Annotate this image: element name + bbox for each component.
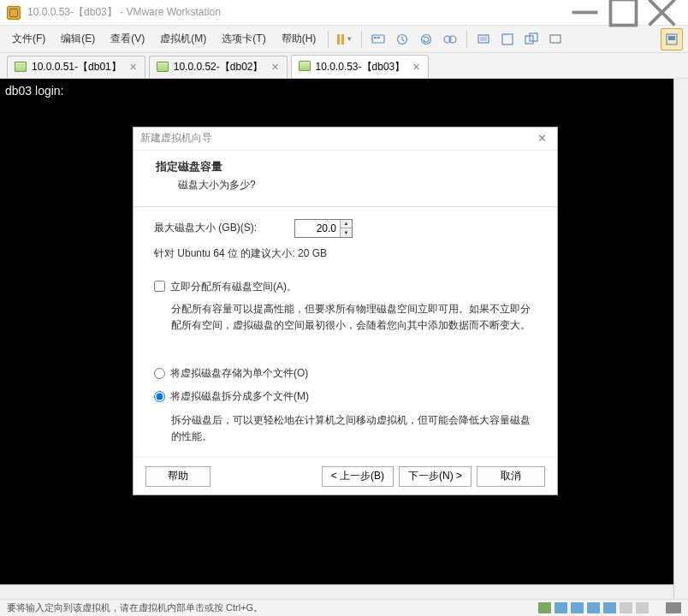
- tab-label: 10.0.0.52-【db02】: [174, 60, 264, 74]
- split-desc: 拆分磁盘后，可以更轻松地在计算机之间移动虚拟机，但可能会降低大容量磁盘的性能。: [154, 412, 537, 445]
- svg-rect-6: [377, 37, 380, 38]
- maximize-button[interactable]: [604, 1, 643, 25]
- send-ctrl-alt-del-icon[interactable]: [367, 28, 389, 50]
- device-usb-icon[interactable]: [603, 602, 616, 613]
- svg-rect-17: [550, 35, 560, 43]
- tab-label: 10.0.0.51-【db01】: [32, 60, 122, 74]
- device-sound-icon[interactable]: [620, 602, 632, 613]
- unity-icon[interactable]: [520, 28, 543, 50]
- allocate-now-label: 立即分配所有磁盘空间(A)。: [170, 280, 297, 294]
- svg-rect-5: [374, 37, 377, 38]
- tab-close-icon[interactable]: ✕: [410, 62, 423, 73]
- allocate-desc: 分配所有容量可以提高性能，但要求所有物理磁盘空间立即可用。如果不立即分配所有空间…: [154, 301, 537, 334]
- wizard-titlebar: 新建虚拟机向导 ✕: [133, 127, 557, 151]
- toolbar-separator: [328, 31, 329, 48]
- spinner-up-button[interactable]: ▲: [341, 220, 352, 229]
- console-view-icon[interactable]: [544, 28, 566, 50]
- max-disk-input[interactable]: [295, 220, 340, 237]
- new-vm-wizard: 新建虚拟机向导 ✕ 指定磁盘容量 磁盘大小为多少? 最大磁盘大小 (GB)(S)…: [133, 127, 558, 495]
- back-button[interactable]: < 上一步(B): [322, 466, 394, 487]
- minimize-button[interactable]: [566, 1, 604, 25]
- snapshot-manager-icon[interactable]: [439, 28, 461, 50]
- status-bar: 要将输入定向到该虚拟机，请在虚拟机内部单击或按 Ctrl+G。: [0, 599, 688, 616]
- pause-button[interactable]: ▼: [334, 28, 356, 50]
- max-disk-spinner: ▲ ▼: [294, 219, 353, 238]
- tab-db02[interactable]: 10.0.0.52-【db02】 ✕: [149, 56, 288, 78]
- svg-rect-16: [550, 35, 560, 43]
- tab-db03[interactable]: 10.0.0.53-【db03】 ✕: [291, 55, 430, 78]
- tab-close-icon[interactable]: ✕: [127, 62, 139, 73]
- wizard-heading: 指定磁盘容量: [156, 159, 535, 175]
- wizard-subheading: 磁盘大小为多少?: [156, 178, 535, 192]
- thumbnail-bar-icon[interactable]: [661, 28, 683, 50]
- svg-rect-12: [480, 37, 487, 41]
- console-line: db03 login:: [5, 84, 683, 98]
- device-floppy-icon[interactable]: [571, 602, 584, 613]
- recommend-text: 针对 Ubuntu 64 位 的建议大小: 20 GB: [154, 246, 537, 261]
- menu-help[interactable]: 帮助(H): [275, 28, 323, 50]
- menu-view[interactable]: 查看(V): [104, 28, 151, 50]
- cancel-button[interactable]: 取消: [477, 466, 545, 487]
- svg-rect-13: [502, 34, 513, 44]
- window-titlebar: 10.0.0.53-【db03】 - VMware Workstation: [0, 0, 688, 26]
- scrollbar-horizontal[interactable]: [0, 584, 673, 599]
- device-printer-icon[interactable]: [636, 602, 649, 613]
- radio-split-label: 将虚拟磁盘拆分成多个文件(M): [170, 389, 309, 404]
- app-icon: [7, 6, 21, 20]
- wizard-footer: 帮助 < 上一步(B) 下一步(N) > 取消: [133, 457, 557, 495]
- vm-icon: [157, 62, 169, 74]
- wizard-header: 指定磁盘容量 磁盘大小为多少?: [133, 151, 557, 206]
- status-icons: [538, 602, 681, 613]
- tabs-bar: 10.0.0.51-【db01】 ✕ 10.0.0.52-【db02】 ✕ 10…: [0, 53, 688, 79]
- svg-rect-19: [668, 36, 675, 40]
- wizard-body: 最大磁盘大小 (GB)(S): ▲ ▼ 针对 Ubuntu 64 位 的建议大小…: [133, 207, 557, 458]
- radio-split-file[interactable]: [154, 391, 165, 402]
- tab-close-icon[interactable]: ✕: [269, 62, 282, 73]
- menu-vm[interactable]: 虚拟机(M): [153, 28, 213, 50]
- svg-rect-1: [611, 0, 637, 26]
- device-cd-icon[interactable]: [555, 602, 567, 613]
- menu-file[interactable]: 文件(F): [5, 28, 52, 50]
- device-hdd-icon[interactable]: [538, 602, 551, 613]
- svg-rect-4: [372, 35, 384, 43]
- message-log-icon[interactable]: [666, 602, 681, 613]
- spinner-down-button[interactable]: ▼: [341, 228, 352, 237]
- tab-db01[interactable]: 10.0.0.51-【db01】 ✕: [7, 56, 145, 78]
- vm-icon: [299, 61, 311, 73]
- snapshot-revert-icon[interactable]: [415, 28, 437, 50]
- window-title: 10.0.0.53-【db03】 - VMware Workstation: [27, 5, 566, 20]
- radio-single-file[interactable]: [154, 368, 165, 379]
- svg-point-10: [449, 36, 456, 43]
- menu-tabs[interactable]: 选项卡(T): [215, 28, 272, 50]
- radio-single-label: 将虚拟磁盘存储为单个文件(O): [170, 366, 308, 381]
- snapshot-take-icon[interactable]: [391, 28, 413, 50]
- next-button[interactable]: 下一步(N) >: [399, 466, 472, 487]
- close-button[interactable]: [643, 1, 681, 25]
- fullscreen-icon[interactable]: [496, 28, 519, 50]
- vm-icon: [15, 62, 27, 74]
- device-network-icon[interactable]: [587, 602, 600, 613]
- scrollbar-vertical[interactable]: [673, 79, 688, 599]
- help-button[interactable]: 帮助: [145, 466, 211, 487]
- wizard-close-button[interactable]: ✕: [533, 130, 550, 147]
- max-disk-label: 最大磁盘大小 (GB)(S):: [154, 221, 257, 235]
- allocate-now-checkbox[interactable]: [154, 281, 165, 292]
- status-text: 要将输入定向到该虚拟机，请在虚拟机内部单击或按 Ctrl+G。: [7, 601, 538, 614]
- menu-edit[interactable]: 编辑(E): [54, 28, 102, 50]
- fit-guest-icon[interactable]: [472, 28, 495, 50]
- wizard-title-text: 新建虚拟机向导: [140, 131, 533, 145]
- toolbar-separator: [361, 31, 362, 48]
- toolbar-separator: [466, 31, 467, 48]
- tab-label: 10.0.0.53-【db03】: [316, 60, 406, 74]
